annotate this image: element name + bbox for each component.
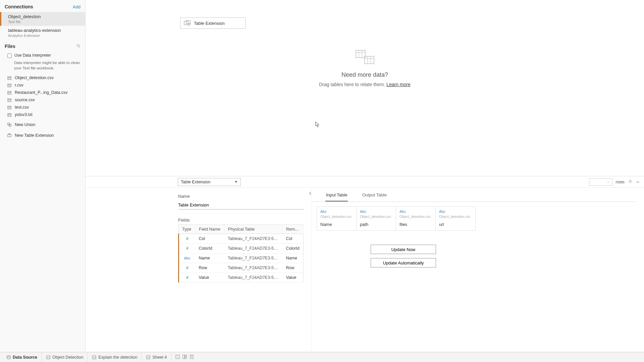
- fields-table: Type Field Name Physical Table Rem... #C…: [178, 225, 304, 283]
- table-icon: [7, 83, 11, 87]
- bottom-tabs: Data Source Object DetectionExplain the …: [0, 352, 644, 362]
- svg-point-41: [630, 181, 631, 182]
- output-column[interactable]: AbcObject_detestion.csvfiles: [396, 207, 436, 230]
- data-interpreter-desc: Data Interpreter might be able to clean …: [0, 59, 85, 74]
- field-row[interactable]: #ValueTableau_7_F24AD7E3-5DA8-...Value: [179, 273, 304, 283]
- sheet-tab[interactable]: Explain the detection: [88, 352, 142, 362]
- tab-output-table[interactable]: Output Table: [361, 190, 387, 201]
- connection-item[interactable]: Object_detestionText file: [0, 12, 85, 26]
- file-item[interactable]: Restaurant_P...ing_Data.csv: [0, 89, 85, 96]
- file-item[interactable]: yolov3.txt: [0, 111, 85, 118]
- canvas[interactable]: Table Extension Need more data?: [86, 0, 644, 176]
- svg-rect-2: [8, 77, 11, 80]
- svg-rect-10: [8, 92, 11, 95]
- svg-rect-27: [9, 124, 11, 126]
- caret-down-icon[interactable]: [636, 179, 639, 185]
- svg-rect-51: [147, 356, 150, 359]
- rows-input[interactable]: →: [589, 178, 612, 186]
- table-icon: [7, 91, 11, 94]
- file-item[interactable]: source.csv: [0, 96, 85, 104]
- tab-data-source[interactable]: Data Source: [3, 352, 42, 362]
- svg-line-53: [148, 357, 149, 358]
- output-column[interactable]: AbcObject_detestion.csvpath: [357, 207, 396, 230]
- update-now-button[interactable]: Update Now: [371, 245, 436, 254]
- svg-rect-29: [9, 134, 10, 134]
- svg-rect-57: [183, 355, 184, 359]
- worksheet-icon: [146, 355, 150, 359]
- connection-item[interactable]: tableau-analytics-extensionAnalytics Ext…: [0, 26, 85, 40]
- new-dashboard-icon[interactable]: [182, 355, 187, 360]
- new-worksheet-icon[interactable]: [175, 355, 180, 360]
- table-icon: [7, 98, 11, 102]
- name-input[interactable]: [178, 201, 304, 209]
- string-type-icon: Abc: [360, 209, 392, 214]
- update-automatically-button[interactable]: Update Automatically: [371, 258, 436, 267]
- svg-line-56: [177, 356, 178, 358]
- new-table-extension[interactable]: New Table Extension: [0, 131, 85, 140]
- string-type-icon: Abc: [184, 256, 191, 260]
- search-icon[interactable]: [76, 44, 80, 49]
- svg-rect-43: [47, 356, 50, 359]
- output-column[interactable]: AbcObject_detestion.csvurl: [436, 207, 475, 230]
- need-more-subtitle: Drag tables here to relate them. Learn m…: [298, 82, 432, 87]
- svg-line-1: [79, 47, 80, 48]
- data-interpreter-checkbox[interactable]: [7, 54, 12, 58]
- connections-title: Connections: [5, 4, 33, 9]
- extension-icon: [7, 133, 11, 137]
- svg-line-49: [94, 357, 95, 358]
- string-type-icon: Abc: [399, 209, 432, 214]
- file-item[interactable]: Object_detestion.csv: [0, 74, 85, 81]
- new-union-label: New Union: [15, 122, 35, 127]
- svg-point-0: [77, 44, 79, 47]
- file-item[interactable]: test.csv: [0, 104, 85, 111]
- field-row[interactable]: #RowTableau_7_F24AD7E3-5DA8-...Row: [179, 263, 304, 273]
- sheet-tab[interactable]: Sheet 4: [142, 352, 171, 362]
- file-item[interactable]: r.csv: [0, 81, 85, 89]
- col-field: Field Name: [196, 225, 225, 234]
- relate-tables-icon: [353, 49, 377, 65]
- collapse-left-icon[interactable]: [309, 191, 312, 196]
- svg-line-54: [149, 356, 150, 358]
- field-row[interactable]: AbcNameTableau_7_F24AD7E3-5DA8-...Name: [179, 253, 304, 263]
- arrow-right-icon: →: [606, 180, 610, 184]
- svg-line-50: [95, 356, 96, 358]
- svg-rect-37: [365, 56, 374, 64]
- worksheet-icon: [46, 355, 50, 359]
- fields-label: Fields: [178, 218, 304, 223]
- data-interpreter-label: Use Data Interpreter: [14, 53, 51, 58]
- svg-rect-58: [185, 355, 186, 357]
- table-extension-icon: [184, 20, 191, 26]
- learn-more-link[interactable]: Learn more: [386, 82, 411, 87]
- table-selector-dropdown[interactable]: Table Extension ▼: [178, 178, 241, 186]
- table-icon: [7, 113, 11, 116]
- rows-label: rows: [616, 180, 625, 184]
- field-row[interactable]: #ColTableau_7_F24AD7E3-5DA8-...Col: [179, 234, 304, 244]
- output-column[interactable]: AbcObject_detestion.csvName: [317, 207, 357, 230]
- tab-input-table[interactable]: Input Table: [325, 190, 348, 201]
- cursor-icon: [315, 121, 320, 127]
- field-row[interactable]: #ColorIdTableau_7_F24AD7E3-5DA8-...Color…: [179, 244, 304, 253]
- new-story-icon[interactable]: [190, 355, 194, 360]
- new-union[interactable]: New Union: [0, 120, 85, 129]
- sheet-tab[interactable]: Object Detection: [42, 352, 88, 362]
- add-connection-link[interactable]: Add: [73, 4, 80, 9]
- col-type: Type: [179, 225, 196, 234]
- need-more-data-hint: Need more data? Drag tables here to rela…: [298, 49, 432, 87]
- new-ext-label: New Table Extension: [15, 133, 54, 138]
- table-extension-pill[interactable]: Table Extension: [180, 17, 246, 29]
- svg-rect-6: [8, 84, 11, 87]
- gear-icon[interactable]: [628, 179, 633, 185]
- col-remote: Rem...: [282, 225, 303, 234]
- svg-rect-26: [8, 123, 10, 125]
- name-label: Name: [178, 194, 304, 199]
- config-panel: Name Fields Type Field Name Physical Tab…: [86, 188, 312, 352]
- number-type-icon: #: [186, 275, 189, 280]
- svg-rect-14: [8, 99, 11, 102]
- svg-rect-47: [93, 356, 96, 359]
- sidebar: Connections Add Object_detestionText fil…: [0, 0, 86, 352]
- svg-rect-22: [8, 114, 11, 117]
- number-type-icon: #: [186, 265, 189, 270]
- union-icon: [7, 123, 11, 127]
- svg-line-46: [49, 356, 50, 358]
- table-extension-label: Table Extension: [194, 21, 225, 26]
